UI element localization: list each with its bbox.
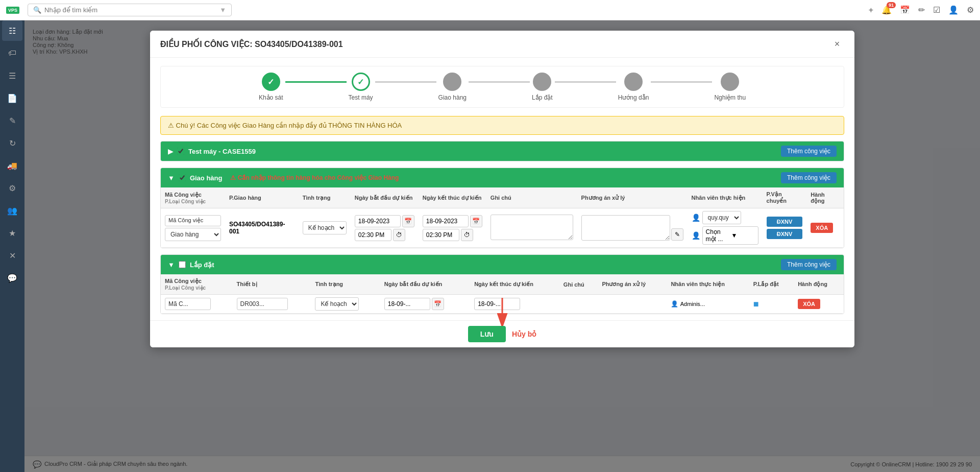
dxnv-button-1[interactable]: ĐXNV bbox=[767, 217, 803, 227]
search-bar[interactable]: 🔍 ▼ bbox=[28, 4, 232, 16]
lap-dat-thiet-bi-input[interactable] bbox=[237, 298, 288, 310]
add-icon[interactable]: + bbox=[869, 6, 873, 15]
dropdown-arrow-icon: ▼ bbox=[731, 232, 755, 239]
lap-dat-th-ghi-chu: Ghi chú bbox=[559, 274, 598, 295]
phuong-an-edit-icon[interactable]: ✎ bbox=[671, 228, 683, 241]
section-test-may-checkbox[interactable] bbox=[177, 148, 184, 155]
td-ma-cong-viec: Giao hàng bbox=[161, 208, 225, 248]
nhan-vien-wrap: 👤 quy.quy 👤 Chọn bbox=[692, 211, 758, 245]
sidebar-item-users[interactable]: 👥 bbox=[2, 200, 22, 221]
lap-dat-header-row: Mã Công việc P.Loại Công việc Thiết bị T… bbox=[161, 274, 844, 295]
section-test-may-header: ▶ Test máy - CASE1559 Thêm công việc bbox=[161, 141, 844, 161]
step-label-3: Giao hàng bbox=[438, 94, 467, 101]
lap-dat-xoa-button[interactable]: XÓA bbox=[798, 299, 820, 309]
dxnv-button-2[interactable]: ĐXNV bbox=[767, 229, 803, 239]
section-test-may: ▶ Test máy - CASE1559 Thêm công việc bbox=[160, 141, 844, 161]
sidebar-item-home[interactable]: ☷ bbox=[2, 20, 22, 41]
th-p-giao-hang: P.Giao hàng bbox=[225, 187, 299, 208]
lap-dat-th-thiet-bi: Thiết bị bbox=[233, 274, 311, 295]
lap-dat-td-ngay-ket-thuc bbox=[470, 295, 559, 314]
giao-hang-table: Mã Công việc P.Loại Công việc P.Giao hàn… bbox=[161, 187, 844, 248]
sidebar-item-tag[interactable]: 🏷 bbox=[2, 43, 22, 63]
ma-cong-viec-input[interactable] bbox=[165, 215, 221, 226]
phuong-an-textarea[interactable] bbox=[581, 215, 670, 241]
sidebar-item-gear[interactable]: ⚙ bbox=[2, 178, 22, 198]
sidebar-item-message[interactable]: 💬 bbox=[2, 268, 22, 288]
step-nghiem-thu: Nghiệm thu bbox=[714, 73, 746, 101]
logo-badge: VPS bbox=[6, 7, 19, 14]
person-icon-1: 👤 bbox=[692, 214, 700, 222]
add-job-button-2[interactable]: Thêm công việc bbox=[781, 172, 837, 183]
loai-cong-viec-select[interactable]: Giao hàng bbox=[165, 228, 221, 241]
section-lap-dat-checkbox[interactable] bbox=[179, 261, 186, 268]
sidebar-item-truck[interactable]: 🚚 bbox=[2, 155, 22, 176]
cancel-button[interactable]: Hủy bỏ bbox=[512, 330, 536, 338]
step-test-may: ✓ Test máy bbox=[349, 73, 373, 101]
calendar-icon-1[interactable]: 📅 bbox=[402, 215, 414, 227]
modal-overlay: ĐIỀU PHỐI CÔNG VIỆC: SO43405/DO41389-001… bbox=[24, 20, 980, 472]
lap-dat-th-phuong-an: Phương án xử lý bbox=[598, 274, 667, 295]
user-icon[interactable]: 👤 bbox=[948, 5, 959, 15]
step-khao-sat: ✓ Khảo sát bbox=[259, 73, 283, 101]
calendar-icon-2[interactable]: 📅 bbox=[470, 215, 482, 227]
th-ghi-chu: Ghi chú bbox=[486, 187, 577, 208]
calendar-icon[interactable]: 📅 bbox=[900, 5, 910, 15]
td-p-giao-hang: SO43405/DO41389-001 bbox=[225, 208, 299, 248]
add-job-button-1[interactable]: Thêm công việc bbox=[781, 146, 837, 157]
lap-dat-ma-input[interactable] bbox=[165, 298, 211, 310]
add-job-button-3[interactable]: Thêm công việc bbox=[781, 259, 837, 270]
gio-bat-dau-input[interactable] bbox=[355, 229, 391, 241]
sidebar-item-refresh[interactable]: ↻ bbox=[2, 133, 22, 153]
th-ngay-ket-thuc: Ngày kết thúc dự kiến bbox=[419, 187, 486, 208]
step-giao-hang: Giao hàng bbox=[438, 73, 467, 101]
clock-icon-1[interactable]: ⏱ bbox=[393, 229, 405, 241]
tinh-trang-select[interactable]: Kế hoạch bbox=[303, 221, 347, 234]
sidebar-item-list[interactable]: ☰ bbox=[2, 65, 22, 86]
lap-dat-calendar-icon[interactable]: 📅 bbox=[432, 298, 444, 310]
lap-dat-td-thiet-bi bbox=[233, 295, 311, 314]
expand-icon-1[interactable]: ▶ bbox=[168, 148, 173, 155]
section-lap-dat-title: Lắp đặt bbox=[190, 261, 214, 269]
settings-icon[interactable]: ⚙ bbox=[967, 5, 974, 15]
chon-mot-dropdown[interactable]: Chọn một ... ▼ bbox=[702, 226, 758, 245]
step-circle-2: ✓ bbox=[352, 73, 370, 91]
clock-icon-2[interactable]: ⏱ bbox=[461, 229, 473, 241]
step-circle-6 bbox=[721, 73, 739, 91]
ngay-ket-thuc-input[interactable] bbox=[423, 215, 469, 227]
save-button[interactable]: Lưu bbox=[468, 326, 506, 342]
top-navbar: VPS 🔍 ▼ + 🔔 91 📅 ✏ ☑ 👤 ⚙ bbox=[0, 0, 980, 20]
footer-actions: Lưu Hủy bỏ bbox=[468, 326, 536, 342]
lap-dat-ngay-ket-thuc-wrap bbox=[474, 298, 555, 310]
lap-dat-ngay-bat-dau-input[interactable] bbox=[384, 298, 430, 310]
expand-icon-3[interactable]: ▼ bbox=[168, 261, 175, 269]
lap-dat-th-ma: Mã Công việc P.Loại Công việc bbox=[161, 274, 233, 295]
td-ngay-ket-thuc: 📅 ⏱ bbox=[419, 208, 486, 248]
td-ngay-bat-dau: 📅 ⏱ bbox=[351, 208, 419, 248]
logo: VPS bbox=[6, 7, 19, 14]
sidebar-item-file[interactable]: 📄 bbox=[2, 88, 22, 108]
td-p-van-chuyen: ĐXNV ĐXNV bbox=[763, 208, 807, 248]
gio-bat-dau-wrap: ⏱ bbox=[355, 229, 414, 241]
lap-dat-td-phuong-an bbox=[598, 295, 667, 314]
nhan-vien-1-select[interactable]: quy.quy bbox=[702, 211, 741, 224]
ngay-ket-thuc-wrap: 📅 bbox=[423, 215, 482, 227]
step-line-2 bbox=[375, 81, 436, 83]
notification-icon[interactable]: 🔔 91 bbox=[881, 5, 892, 15]
tasks-icon[interactable]: ☑ bbox=[933, 5, 940, 15]
td-hanh-dong: XÓA bbox=[806, 208, 844, 248]
close-button[interactable]: × bbox=[830, 37, 844, 51]
expand-icon-2[interactable]: ▼ bbox=[168, 174, 175, 182]
xoa-button[interactable]: XÓA bbox=[811, 223, 833, 233]
lap-dat-tinh-trang-select[interactable]: Kế hoạch bbox=[315, 297, 359, 311]
chart-icon[interactable]: ✏ bbox=[918, 5, 925, 15]
sidebar-item-star[interactable]: ★ bbox=[2, 223, 22, 243]
sidebar-item-edit[interactable]: ✎ bbox=[2, 110, 22, 131]
sidebar-item-close[interactable]: ✕ bbox=[2, 245, 22, 266]
search-input[interactable] bbox=[44, 6, 219, 14]
lap-dat-td-p-lap-dat: ■ bbox=[749, 295, 794, 314]
ghi-chu-textarea[interactable] bbox=[491, 215, 573, 240]
lap-dat-td-tinh-trang: Kế hoạch bbox=[311, 295, 380, 314]
ngay-bat-dau-input[interactable] bbox=[355, 215, 401, 227]
gio-ket-thuc-input[interactable] bbox=[423, 229, 459, 241]
section-giao-hang-checkbox[interactable] bbox=[179, 174, 186, 181]
